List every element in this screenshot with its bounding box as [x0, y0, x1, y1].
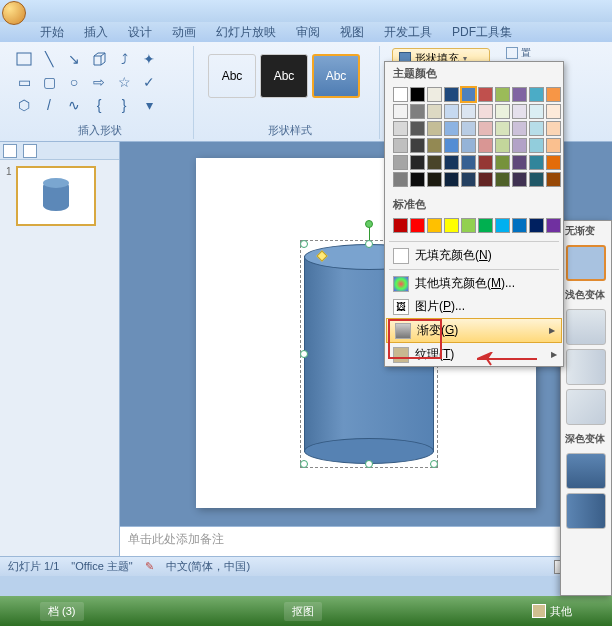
color-swatch[interactable] [444, 218, 459, 233]
shape-hex-icon[interactable]: ⬡ [12, 94, 36, 116]
tab-design[interactable]: 设计 [118, 22, 162, 42]
resize-handle[interactable] [430, 460, 438, 468]
color-swatch[interactable] [410, 87, 425, 102]
gradient-thumb[interactable] [566, 349, 606, 385]
color-swatch[interactable] [512, 104, 527, 119]
shape-star-icon[interactable]: ☆ [112, 71, 136, 93]
color-swatch[interactable] [410, 218, 425, 233]
color-swatch[interactable] [529, 104, 544, 119]
shape-curve-icon[interactable]: ∿ [62, 94, 86, 116]
color-swatch[interactable] [444, 121, 459, 136]
color-swatch[interactable] [529, 138, 544, 153]
gradient-thumb[interactable] [566, 389, 606, 425]
gradient-fill-item[interactable]: 渐变(G) ▶ [386, 318, 562, 343]
color-swatch[interactable] [512, 155, 527, 170]
color-swatch[interactable] [410, 104, 425, 119]
tab-home[interactable]: 开始 [30, 22, 74, 42]
color-swatch[interactable] [478, 138, 493, 153]
language-indicator[interactable]: 中文(简体，中国) [166, 559, 250, 574]
shape-line2-icon[interactable]: / [37, 94, 61, 116]
color-swatch[interactable] [529, 155, 544, 170]
color-swatch[interactable] [546, 104, 561, 119]
color-swatch[interactable] [444, 172, 459, 187]
color-swatch[interactable] [546, 155, 561, 170]
color-swatch[interactable] [461, 121, 476, 136]
color-swatch[interactable] [529, 172, 544, 187]
tab-review[interactable]: 审阅 [286, 22, 330, 42]
color-swatch[interactable] [393, 155, 408, 170]
outline-tab-icon[interactable] [23, 144, 37, 158]
texture-fill-item[interactable]: 纹理(T) ▶ [385, 343, 563, 366]
shape-roundrect-icon[interactable]: ▢ [37, 71, 61, 93]
shape-arrow-icon[interactable]: ↘ [62, 48, 86, 70]
color-swatch[interactable] [427, 138, 442, 153]
no-gradient-thumb[interactable] [566, 245, 606, 281]
color-swatch[interactable] [495, 121, 510, 136]
shape-approve-icon[interactable]: ✓ [137, 71, 161, 93]
color-swatch[interactable] [478, 87, 493, 102]
resize-handle[interactable] [300, 350, 308, 358]
color-swatch[interactable] [495, 172, 510, 187]
style-thumb-2[interactable]: Abc [260, 54, 308, 98]
color-swatch[interactable] [393, 87, 408, 102]
taskbar-other[interactable]: 其他 [550, 604, 572, 619]
gradient-thumb[interactable] [566, 453, 606, 489]
shape-connector-icon[interactable]: ⤴ [112, 48, 136, 70]
shape-oval-icon[interactable]: ○ [62, 71, 86, 93]
color-swatch[interactable] [393, 104, 408, 119]
resize-handle[interactable] [300, 240, 308, 248]
color-swatch[interactable] [529, 218, 544, 233]
gradient-thumb[interactable] [566, 493, 606, 529]
color-swatch[interactable] [512, 172, 527, 187]
resize-handle[interactable] [300, 460, 308, 468]
color-swatch[interactable] [529, 87, 544, 102]
gradient-thumb[interactable] [566, 309, 606, 345]
color-swatch[interactable] [393, 218, 408, 233]
standard-color-grid[interactable] [385, 216, 563, 239]
shape-textbox-icon[interactable] [12, 48, 36, 70]
shape-brace2-icon[interactable]: } [112, 94, 136, 116]
color-swatch[interactable] [444, 104, 459, 119]
color-swatch[interactable] [444, 87, 459, 102]
style-thumb-3-selected[interactable]: Abc [312, 54, 360, 98]
tab-view[interactable]: 视图 [330, 22, 374, 42]
color-swatch[interactable] [410, 138, 425, 153]
color-swatch[interactable] [461, 172, 476, 187]
shape-gallery[interactable]: ╲ ↘ ⤴ ✦ ▭ ▢ ○ ⇨ ☆ ✓ ⬡ / ∿ { } ▾ [12, 48, 187, 116]
tab-insert[interactable]: 插入 [74, 22, 118, 42]
shape-cube-icon[interactable] [87, 48, 111, 70]
shape-freeform-icon[interactable]: ✦ [137, 48, 161, 70]
color-swatch[interactable] [512, 218, 527, 233]
color-swatch[interactable] [546, 218, 561, 233]
tab-slideshow[interactable]: 幻灯片放映 [206, 22, 286, 42]
color-swatch[interactable] [410, 155, 425, 170]
color-swatch[interactable] [495, 138, 510, 153]
color-swatch[interactable] [478, 172, 493, 187]
slide-thumbnail-1[interactable] [16, 166, 96, 226]
shape-rect-icon[interactable]: ▭ [12, 71, 36, 93]
color-swatch[interactable] [529, 121, 544, 136]
color-swatch[interactable] [546, 138, 561, 153]
color-swatch[interactable] [495, 218, 510, 233]
shape-more-icon[interactable]: ▾ [137, 94, 161, 116]
color-swatch[interactable] [512, 121, 527, 136]
color-swatch[interactable] [478, 155, 493, 170]
color-swatch[interactable] [444, 138, 459, 153]
color-swatch[interactable] [546, 172, 561, 187]
color-swatch[interactable] [546, 121, 561, 136]
color-swatch[interactable] [546, 87, 561, 102]
color-swatch[interactable] [427, 87, 442, 102]
office-button[interactable] [2, 1, 26, 25]
color-swatch[interactable] [495, 104, 510, 119]
color-swatch[interactable] [512, 87, 527, 102]
theme-color-grid[interactable] [385, 85, 563, 193]
color-swatch[interactable] [495, 155, 510, 170]
more-colors-item[interactable]: 其他填充颜色(M)... [385, 272, 563, 295]
color-swatch[interactable] [478, 218, 493, 233]
color-swatch[interactable] [461, 155, 476, 170]
color-swatch[interactable] [410, 172, 425, 187]
tab-developer[interactable]: 开发工具 [374, 22, 442, 42]
color-swatch[interactable] [393, 138, 408, 153]
color-swatch[interactable] [410, 121, 425, 136]
picture-fill-item[interactable]: 🖼 图片(P)... [385, 295, 563, 318]
